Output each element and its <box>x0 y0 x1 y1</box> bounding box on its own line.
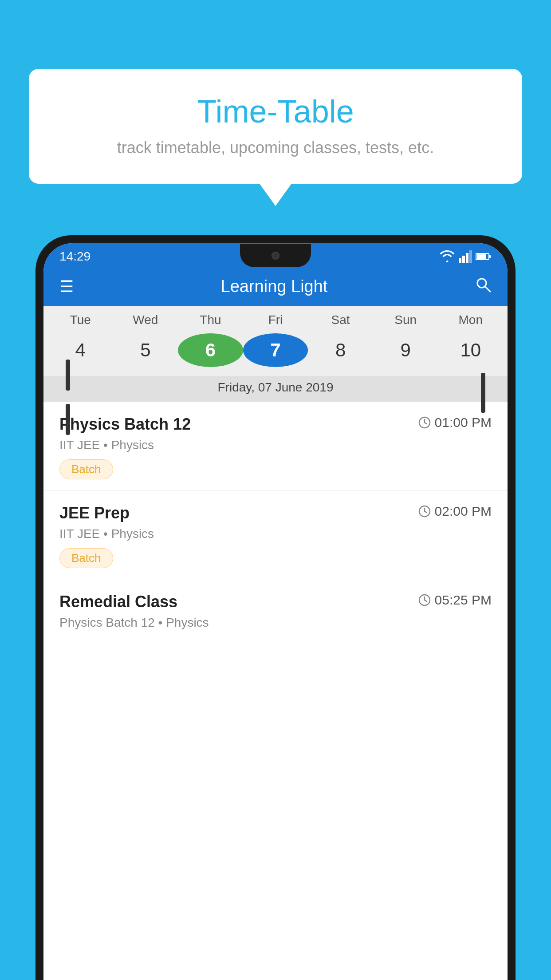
schedule-item-2[interactable]: JEE Prep 02:00 PM IIT JEE • Physics Batc… <box>43 490 508 579</box>
schedule-item-3[interactable]: Remedial Class 05:25 PM Physics Batch 12… <box>43 579 508 641</box>
speech-bubble-container: Time-Table track timetable, upcoming cla… <box>29 69 522 206</box>
svg-rect-5 <box>476 254 486 259</box>
speech-bubble-tail <box>260 184 291 206</box>
app-bar: ☰ Learning Light <box>43 267 508 306</box>
day-name-fri: Fri <box>243 313 308 327</box>
calendar-strip: Tue Wed Thu Fri Sat Sun Mon 4 5 6 7 8 9 … <box>43 306 508 402</box>
clock-icon-3 <box>418 593 431 607</box>
day-4[interactable]: 4 <box>48 332 113 368</box>
schedule-item-3-time-value: 05:25 PM <box>435 593 492 608</box>
selected-date-label: Friday, 07 June 2019 <box>43 376 508 402</box>
schedule-item-2-badge: Batch <box>59 548 113 568</box>
volume-up-button <box>66 360 70 391</box>
schedule-item-2-header: JEE Prep 02:00 PM <box>59 504 492 522</box>
app-bar-title: Learning Light <box>221 277 328 296</box>
day-5[interactable]: 5 <box>113 332 178 368</box>
svg-rect-6 <box>489 255 491 258</box>
day-name-thu: Thu <box>178 313 243 327</box>
schedule-item-1-badge: Batch <box>59 459 113 479</box>
hamburger-icon[interactable]: ☰ <box>59 277 74 296</box>
speech-bubble-title: Time-Table <box>55 93 496 130</box>
search-icon[interactable] <box>475 276 492 297</box>
day-names-row: Tue Wed Thu Fri Sat Sun Mon <box>43 313 508 332</box>
schedule-item-2-time: 02:00 PM <box>418 504 492 519</box>
schedule-item-1-sub: IIT JEE • Physics <box>59 438 492 452</box>
signal-icon <box>459 250 472 263</box>
day-6-today[interactable]: 6 <box>178 333 243 367</box>
power-button <box>481 373 485 413</box>
day-9[interactable]: 9 <box>373 332 438 368</box>
camera-dot <box>272 252 279 260</box>
schedule-item-3-time: 05:25 PM <box>418 593 492 608</box>
clock-icon-2 <box>418 505 431 518</box>
schedule-item-2-time-value: 02:00 PM <box>435 504 492 519</box>
phone-mockup: 14:29 <box>35 235 516 980</box>
day-name-mon: Mon <box>438 313 503 327</box>
day-name-wed: Wed <box>113 313 178 327</box>
day-name-sun: Sun <box>373 313 438 327</box>
schedule-item-2-sub: IIT JEE • Physics <box>59 527 492 541</box>
svg-line-14 <box>425 511 427 513</box>
svg-line-17 <box>425 600 427 601</box>
svg-rect-0 <box>459 258 461 263</box>
day-name-sat: Sat <box>308 313 373 327</box>
day-10[interactable]: 10 <box>438 332 503 368</box>
notch <box>240 244 311 267</box>
day-numbers-row: 4 5 6 7 8 9 10 <box>43 332 508 376</box>
wifi-icon <box>439 250 455 263</box>
svg-rect-1 <box>462 256 465 263</box>
phone-outer: 14:29 <box>35 235 516 980</box>
schedule-list: Physics Batch 12 01:00 PM IIT JEE • Phys… <box>43 402 508 980</box>
svg-line-8 <box>485 287 490 292</box>
schedule-item-1-time-value: 01:00 PM <box>435 415 492 430</box>
phone-screen: 14:29 <box>43 243 508 980</box>
schedule-item-3-header: Remedial Class 05:25 PM <box>59 593 492 611</box>
schedule-item-1-time: 01:00 PM <box>418 415 492 430</box>
speech-bubble: Time-Table track timetable, upcoming cla… <box>29 69 522 184</box>
svg-rect-3 <box>469 250 472 263</box>
speech-bubble-subtitle: track timetable, upcoming classes, tests… <box>55 138 496 157</box>
status-icons <box>439 250 492 263</box>
day-8[interactable]: 8 <box>308 332 373 368</box>
svg-line-11 <box>425 423 427 424</box>
battery-icon <box>476 252 492 261</box>
volume-down-button <box>66 404 70 435</box>
day-name-tue: Tue <box>48 313 113 327</box>
schedule-item-3-sub: Physics Batch 12 • Physics <box>59 616 492 630</box>
svg-rect-2 <box>466 253 468 263</box>
schedule-item-3-title: Remedial Class <box>59 593 177 611</box>
schedule-item-1[interactable]: Physics Batch 12 01:00 PM IIT JEE • Phys… <box>43 402 508 490</box>
clock-icon-1 <box>418 416 431 429</box>
status-time: 14:29 <box>59 249 91 264</box>
schedule-item-1-title: Physics Batch 12 <box>59 415 191 434</box>
schedule-item-2-title: JEE Prep <box>59 504 130 522</box>
schedule-item-1-header: Physics Batch 12 01:00 PM <box>59 415 492 434</box>
day-7-selected[interactable]: 7 <box>243 333 308 367</box>
